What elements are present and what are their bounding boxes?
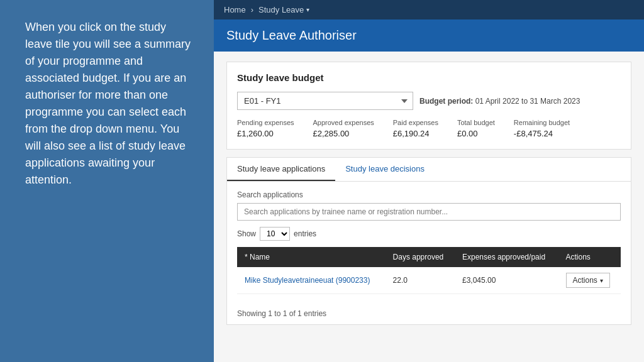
row-days: 22.0: [386, 267, 455, 294]
tab-content: Search applications Show 10 25 50 entrie…: [227, 182, 631, 303]
showing-text: Showing 1 to 1 of 1 entries: [227, 303, 631, 324]
stat-approved-value: £2,285.00: [313, 129, 350, 138]
budget-select-wrapper: E01 - FY1: [237, 92, 413, 110]
actions-dropdown-arrow: ▾: [600, 277, 603, 284]
stat-total-value: £0.00: [457, 129, 478, 138]
budget-heading: Study leave budget: [237, 72, 621, 83]
entries-select[interactable]: 10 25 50: [260, 227, 290, 241]
tabs-section: Study leave applications Study leave dec…: [226, 157, 631, 325]
show-label-before: Show: [237, 229, 256, 238]
stat-approved-label: Approved expenses: [313, 119, 374, 126]
stat-paid-value: £6,190.24: [393, 129, 430, 138]
tab-decisions[interactable]: Study leave decisions: [335, 158, 435, 181]
stat-paid: Paid expenses £6,190.24: [393, 119, 438, 139]
main-content: Study leave budget E01 - FY1 Budget peri…: [214, 52, 644, 362]
table-row: Mike Studyleavetraineeuat (9900233) 22.0…: [237, 267, 621, 294]
stat-pending-value: £1,260.00: [237, 129, 274, 138]
stat-pending: Pending expenses £1,260.00: [237, 119, 294, 139]
table-header-row: * Name Days approved Expenses approved/p…: [237, 247, 621, 267]
stat-pending-label: Pending expenses: [237, 119, 294, 126]
nav-dropdown-arrow: ▾: [306, 6, 309, 13]
stat-approved: Approved expenses £2,285.00: [313, 119, 374, 139]
show-label-after: entries: [294, 229, 316, 238]
trainee-link[interactable]: Mike Studyleavetraineeuat (9900233): [245, 276, 370, 285]
stat-remaining-label: Remaining budget: [514, 119, 570, 126]
page-title-bar: Study Leave Authoriser: [214, 19, 644, 52]
actions-button[interactable]: Actions ▾: [566, 273, 610, 288]
navbar: Home › Study Leave ▾: [214, 0, 644, 19]
col-expenses: Expenses approved/paid: [455, 247, 558, 267]
budget-period-label: Budget period:: [419, 97, 473, 106]
row-expenses: £3,045.00: [455, 267, 558, 294]
search-input[interactable]: [237, 203, 621, 221]
stat-remaining-value: -£8,475.24: [514, 129, 553, 138]
row-name: Mike Studyleavetraineeuat (9900233): [237, 267, 386, 294]
search-label: Search applications: [237, 190, 621, 199]
right-panel: Home › Study Leave ▾ Study Leave Authori…: [214, 0, 644, 362]
budget-programme-select[interactable]: E01 - FY1: [237, 92, 413, 110]
col-name: * Name: [237, 247, 386, 267]
show-row: Show 10 25 50 entries: [237, 227, 621, 241]
nav-separator: ›: [251, 5, 253, 14]
left-panel: When you click on the study leave tile y…: [0, 0, 214, 362]
tab-applications[interactable]: Study leave applications: [227, 158, 335, 181]
budget-period-value: 01 April 2022 to 31 March 2023: [475, 97, 580, 106]
budget-period: Budget period: 01 April 2022 to 31 March…: [419, 97, 580, 106]
nav-study-leave[interactable]: Study Leave ▾: [258, 5, 309, 14]
actions-button-label: Actions: [573, 276, 597, 285]
left-panel-text: When you click on the study leave tile y…: [25, 19, 195, 189]
applications-table: * Name Days approved Expenses approved/p…: [237, 247, 621, 294]
stat-paid-label: Paid expenses: [393, 119, 438, 126]
stat-total: Total budget £0.00: [457, 119, 495, 139]
stat-total-label: Total budget: [457, 119, 495, 126]
budget-section: Study leave budget E01 - FY1 Budget peri…: [226, 62, 631, 150]
stat-remaining: Remaining budget -£8,475.24: [514, 119, 570, 139]
nav-home[interactable]: Home: [224, 5, 246, 14]
tabs-bar: Study leave applications Study leave dec…: [227, 158, 631, 182]
col-days: Days approved: [386, 247, 455, 267]
page-title: Study Leave Authoriser: [226, 28, 631, 43]
col-actions: Actions: [558, 247, 621, 267]
budget-row-top: E01 - FY1 Budget period: 01 April 2022 t…: [237, 92, 621, 110]
budget-stats: Pending expenses £1,260.00 Approved expe…: [237, 119, 621, 139]
row-actions: Actions ▾: [558, 267, 621, 294]
